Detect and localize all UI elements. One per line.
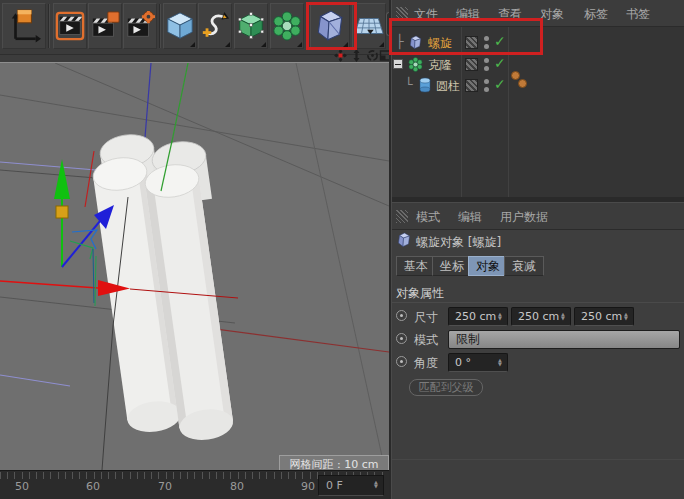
- size-y-spinner[interactable]: ▲▼: [558, 309, 568, 320]
- floor-button[interactable]: [352, 3, 386, 49]
- size-y-value: 250 cm: [518, 310, 559, 323]
- enabled-check[interactable]: ✓: [494, 76, 506, 92]
- angle-label: 角度: [414, 355, 438, 372]
- tick-label: 50: [15, 480, 29, 493]
- draw-spline-button[interactable]: [198, 3, 232, 49]
- menu-bookmarks[interactable]: 书签: [626, 6, 650, 23]
- attribute-manager: 模式 编辑 用户数据 螺旋对象 [螺旋] 基本 坐标 对象 衰减 对象属性: [392, 203, 684, 499]
- tab-falloff[interactable]: 衰减: [504, 256, 544, 276]
- enabled-check[interactable]: ✓: [494, 55, 506, 71]
- size-z-spinner[interactable]: ▲▼: [621, 309, 631, 320]
- angle-field[interactable]: 0 ° ▲▼: [448, 353, 508, 372]
- tick-label: 80: [230, 480, 244, 493]
- tag-icon[interactable]: [518, 79, 527, 88]
- object-row-cloner[interactable]: 克隆 ✓: [392, 54, 684, 75]
- menu-edit[interactable]: 编辑: [458, 209, 482, 226]
- cinema4d-window: 网格间距 : 10 cm 50 60 70 80 90 0 F ▲▼ 文件 编辑…: [0, 0, 684, 499]
- angle-spinner[interactable]: ▲▼: [495, 355, 505, 366]
- mode-label: 模式: [414, 332, 438, 349]
- object-name-cloner[interactable]: 克隆: [428, 57, 452, 74]
- cylinder-object-icon: [418, 77, 432, 93]
- deformer-button[interactable]: [310, 3, 350, 49]
- size-x-spinner[interactable]: ▲▼: [495, 309, 505, 320]
- helix-object-icon: [396, 232, 412, 248]
- menu-user-data[interactable]: 用户数据: [500, 209, 548, 226]
- size-y-field[interactable]: 250 cm ▲▼: [511, 307, 571, 326]
- object-row-helix[interactable]: ├ 螺旋 ✓: [392, 32, 684, 53]
- render-settings-button[interactable]: [123, 3, 157, 49]
- attribute-title: 螺旋对象 [螺旋]: [416, 234, 501, 251]
- panel-grip-icon[interactable]: [396, 7, 408, 20]
- tree-branch: ├: [396, 34, 404, 49]
- mode-row: 模式 限制: [392, 330, 684, 352]
- tab-coordinates[interactable]: 坐标: [432, 256, 472, 276]
- attribute-title-row: 螺旋对象 [螺旋]: [392, 228, 684, 254]
- render-view-button[interactable]: [53, 3, 87, 49]
- menu-mode[interactable]: 模式: [416, 209, 440, 226]
- menu-object[interactable]: 对象: [540, 6, 564, 23]
- layer-toggle[interactable]: [465, 36, 478, 49]
- pan-view-icon[interactable]: [334, 49, 347, 62]
- zoom-view-icon[interactable]: [350, 49, 363, 62]
- size-z-value: 250 cm: [581, 310, 622, 323]
- enabled-check[interactable]: ✓: [494, 33, 506, 49]
- visibility-dots[interactable]: [484, 58, 489, 74]
- section-divider: [392, 302, 684, 303]
- render-picture-viewer-button[interactable]: [88, 3, 122, 49]
- deformer-icon: [313, 9, 347, 43]
- panel-bottom-line: [392, 459, 684, 460]
- subdivision-surface-button[interactable]: [234, 3, 268, 49]
- object-name-helix[interactable]: 螺旋: [428, 35, 452, 52]
- coordinates-icon: [7, 9, 41, 43]
- menu-view[interactable]: 查看: [498, 6, 522, 23]
- tab-basic[interactable]: 基本: [396, 256, 436, 276]
- cloner-object-icon: [408, 57, 423, 72]
- tick-label: 60: [86, 480, 100, 493]
- menu-tags[interactable]: 标签: [584, 6, 608, 23]
- viewport-scene: [0, 63, 389, 470]
- tag-icon[interactable]: [511, 71, 520, 80]
- tab-object[interactable]: 对象: [468, 256, 508, 276]
- current-frame-field[interactable]: 0 F ▲▼: [318, 475, 384, 496]
- attribute-menubar: 模式 编辑 用户数据: [392, 203, 684, 230]
- object-row-cylinder[interactable]: └ 圆柱 ✓: [392, 75, 684, 96]
- object-manager-menubar: 文件 编辑 查看 对象 标签 书签: [392, 0, 684, 27]
- mode-dropdown[interactable]: 限制: [448, 330, 680, 349]
- menu-edit[interactable]: 编辑: [456, 6, 480, 23]
- toolbar-divider: [159, 4, 161, 48]
- size-x-value: 250 cm: [455, 310, 496, 323]
- tick-label: 70: [158, 480, 172, 493]
- rotate-view-icon[interactable]: [366, 49, 379, 62]
- size-z-field[interactable]: 250 cm ▲▼: [574, 307, 634, 326]
- menu-file[interactable]: 文件: [414, 6, 438, 23]
- panel-grip-icon[interactable]: [396, 210, 408, 223]
- 3d-viewport[interactable]: [0, 62, 389, 470]
- mograph-cloner-button[interactable]: [270, 3, 304, 49]
- floor-icon: [354, 11, 384, 41]
- current-frame-value: 0 F: [326, 479, 343, 492]
- keyframe-circle-icon[interactable]: [396, 310, 407, 321]
- toolbar-divider: [48, 4, 50, 48]
- frame-spinner[interactable]: ▲▼: [371, 477, 381, 488]
- spline-pen-icon: [200, 11, 230, 41]
- section-object-properties: 对象属性: [396, 285, 444, 302]
- layer-toggle[interactable]: [465, 79, 478, 92]
- keyframe-circle-icon[interactable]: [396, 356, 407, 367]
- add-cube-button[interactable]: [163, 3, 197, 49]
- layer-toggle[interactable]: [465, 58, 478, 71]
- visibility-dots[interactable]: [484, 36, 489, 52]
- object-name-cylinder[interactable]: 圆柱: [436, 78, 460, 95]
- timeline-ruler[interactable]: 50 60 70 80 90 0 F ▲▼: [0, 470, 389, 499]
- match-to-parent-button[interactable]: 匹配到父级: [409, 379, 483, 396]
- tick-label: 90: [301, 480, 315, 493]
- render-picture-viewer-icon: [90, 11, 120, 41]
- size-x-field[interactable]: 250 cm ▲▼: [448, 307, 508, 326]
- keyframe-circle-icon[interactable]: [396, 333, 407, 344]
- right-panel: 文件 编辑 查看 对象 标签 书签 ├ 螺旋 ✓: [392, 0, 684, 499]
- collapse-toggle-icon[interactable]: [393, 59, 403, 69]
- subdivision-cube-icon: [236, 11, 266, 41]
- coordinates-tool-button[interactable]: [2, 3, 46, 49]
- angle-row: 角度 0 ° ▲▼: [392, 353, 684, 375]
- visibility-dots[interactable]: [484, 79, 489, 95]
- attribute-tabs: 基本 坐标 对象 衰减: [392, 256, 684, 278]
